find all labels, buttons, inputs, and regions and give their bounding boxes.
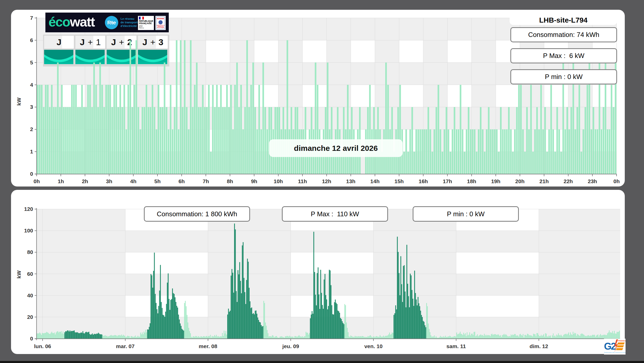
svg-text:4: 4 bbox=[30, 82, 33, 88]
svg-text:10h: 10h bbox=[274, 178, 283, 184]
svg-text:0: 0 bbox=[30, 336, 33, 341]
svg-text:kW: kW bbox=[16, 97, 22, 106]
svg-text:15h: 15h bbox=[394, 178, 404, 184]
svg-text:19h: 19h bbox=[491, 178, 500, 184]
svg-text:4h: 4h bbox=[130, 178, 137, 184]
svg-text:2h: 2h bbox=[82, 178, 88, 184]
svg-text:6h: 6h bbox=[179, 178, 185, 184]
svg-text:5: 5 bbox=[30, 60, 33, 65]
svg-text:3: 3 bbox=[30, 104, 33, 110]
svg-text:23h: 23h bbox=[588, 178, 597, 184]
svg-text:17h: 17h bbox=[443, 178, 452, 184]
svg-text:FRANCE: FRANCE bbox=[618, 340, 626, 342]
svg-text:3h: 3h bbox=[106, 178, 112, 184]
svg-text:1: 1 bbox=[30, 149, 33, 154]
svg-text:mar. 07: mar. 07 bbox=[116, 343, 134, 349]
svg-text:jeu. 09: jeu. 09 bbox=[282, 343, 299, 349]
svg-text:9h: 9h bbox=[251, 178, 257, 184]
svg-text:7: 7 bbox=[30, 15, 33, 21]
svg-text:8h: 8h bbox=[227, 178, 233, 184]
svg-text:18h: 18h bbox=[467, 178, 476, 184]
svg-text:2: 2 bbox=[30, 126, 33, 132]
svg-text:16h: 16h bbox=[419, 178, 428, 184]
svg-text:20h: 20h bbox=[515, 178, 524, 184]
svg-text:14h: 14h bbox=[370, 178, 380, 184]
svg-text:kW: kW bbox=[16, 270, 22, 279]
svg-text:60: 60 bbox=[27, 271, 33, 277]
svg-text:120: 120 bbox=[24, 206, 33, 212]
svg-text:5h: 5h bbox=[154, 178, 161, 184]
svg-text:G2: G2 bbox=[604, 341, 616, 352]
svg-text:mer. 08: mer. 08 bbox=[199, 343, 217, 349]
svg-text:13h: 13h bbox=[346, 178, 355, 184]
svg-text:6: 6 bbox=[30, 37, 33, 43]
svg-text:11h: 11h bbox=[298, 178, 307, 184]
svg-text:Gestionnaire des ressources én: Gestionnaire des ressources énergétiques bbox=[604, 352, 626, 353]
svg-text:7h: 7h bbox=[203, 178, 209, 184]
svg-text:sam. 11: sam. 11 bbox=[447, 343, 466, 349]
svg-text:20: 20 bbox=[27, 314, 33, 320]
svg-text:100: 100 bbox=[24, 228, 33, 233]
svg-text:12h: 12h bbox=[322, 178, 331, 184]
svg-text:22h: 22h bbox=[564, 178, 573, 184]
svg-text:0: 0 bbox=[30, 171, 33, 177]
svg-text:0h: 0h bbox=[34, 178, 40, 184]
svg-text:40: 40 bbox=[27, 292, 33, 298]
svg-text:ven. 10: ven. 10 bbox=[364, 343, 382, 349]
svg-text:21h: 21h bbox=[539, 178, 549, 184]
svg-text:0h: 0h bbox=[613, 178, 620, 184]
svg-text:1h: 1h bbox=[58, 178, 64, 184]
svg-text:80: 80 bbox=[27, 249, 33, 255]
svg-text:dim. 12: dim. 12 bbox=[530, 343, 548, 349]
svg-text:lun. 06: lun. 06 bbox=[34, 343, 51, 349]
